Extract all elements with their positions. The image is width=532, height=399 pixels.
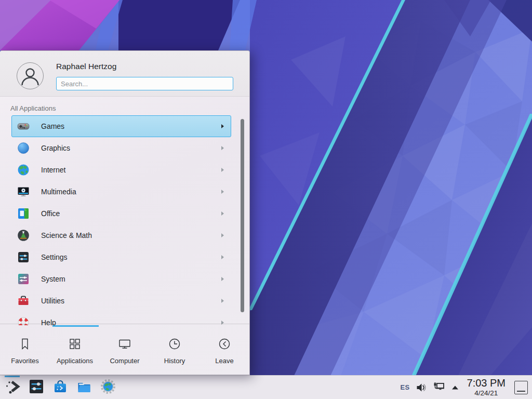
submenu-arrow-icon xyxy=(221,211,224,216)
tab-label: Computer xyxy=(110,357,139,365)
settings-sliders-icon xyxy=(28,378,45,397)
bookmark-icon xyxy=(18,327,32,353)
category-label: Science & Math xyxy=(41,231,92,240)
submenu-arrow-icon xyxy=(221,233,224,237)
clock-date: 4/24/21 xyxy=(467,390,506,397)
discover-button[interactable] xyxy=(52,379,69,396)
category-games[interactable]: Games xyxy=(11,115,231,137)
globe-icon xyxy=(17,164,30,176)
user-avatar[interactable] xyxy=(17,62,44,89)
media-player-icon xyxy=(17,185,30,198)
category-label: Settings xyxy=(41,253,68,261)
submenu-arrow-icon xyxy=(221,190,224,194)
submenu-arrow-icon xyxy=(221,299,224,303)
gamepad-icon xyxy=(17,120,30,132)
volume-icon[interactable] xyxy=(416,382,427,393)
category-label: Games xyxy=(41,122,64,130)
submenu-arrow-icon xyxy=(221,146,224,150)
web-browser-button[interactable] xyxy=(100,379,116,396)
tab-label: History xyxy=(164,357,185,365)
application-launcher-menu: Raphael Hertzog All Applications Games xyxy=(0,50,250,375)
taskbar-apps xyxy=(0,376,116,399)
category-label: Utilities xyxy=(41,297,64,305)
folder-icon xyxy=(76,378,92,397)
active-tab-indicator xyxy=(52,325,99,327)
show-desktop-icon xyxy=(517,391,525,392)
system-sliders-icon xyxy=(17,273,30,285)
separator xyxy=(0,324,249,324)
dolphin-file-manager-button[interactable] xyxy=(76,379,92,396)
taskbar: ES 7:03 PM xyxy=(0,375,532,399)
globe-gear-icon xyxy=(100,378,116,397)
system-settings-button[interactable] xyxy=(28,379,45,396)
kde-launcher-icon xyxy=(4,378,21,397)
scrollbar-thumb[interactable] xyxy=(241,119,244,312)
category-office[interactable]: Office xyxy=(11,203,231,224)
submenu-arrow-icon xyxy=(221,124,224,128)
category-label: Graphics xyxy=(41,144,70,152)
toolbox-icon xyxy=(17,295,30,307)
keyboard-layout-indicator[interactable]: ES xyxy=(401,383,410,391)
app-grid-icon xyxy=(68,327,82,353)
search-input[interactable] xyxy=(56,77,233,90)
blue-sphere-icon xyxy=(17,142,30,154)
clock-time: 7:03 PM xyxy=(467,378,506,388)
user-name: Raphael Hertzog xyxy=(56,62,116,71)
submenu-arrow-icon xyxy=(221,168,224,172)
tab-label: Leave xyxy=(215,357,233,365)
sliders-icon xyxy=(17,251,30,263)
category-label: Office xyxy=(41,209,60,218)
show-desktop-button[interactable] xyxy=(514,381,528,394)
active-app-indicator xyxy=(5,376,20,377)
digital-clock[interactable]: 7:03 PM 4/24/21 xyxy=(467,378,506,397)
category-label: Help xyxy=(41,318,56,325)
category-science-math[interactable]: Science & Math xyxy=(11,224,231,246)
system-tray: ES 7:03 PM xyxy=(401,376,532,399)
discover-bag-icon xyxy=(52,378,69,397)
document-icon xyxy=(17,207,30,220)
category-label: Multimedia xyxy=(41,188,76,196)
tab-label: Applications xyxy=(57,357,93,365)
category-list: Games Graphics xyxy=(11,115,231,325)
launcher-header: Raphael Hertzog xyxy=(0,51,249,97)
tab-history[interactable]: History xyxy=(150,327,200,375)
category-system[interactable]: System xyxy=(11,268,231,290)
clock-icon xyxy=(168,327,181,353)
section-label: All Applications xyxy=(10,104,56,112)
submenu-arrow-icon xyxy=(221,255,224,259)
category-utilities[interactable]: Utilities xyxy=(11,290,231,312)
category-label: Internet xyxy=(41,166,65,174)
launcher-tabbar: Favorites Applications Computer xyxy=(0,327,249,375)
category-multimedia[interactable]: Multimedia xyxy=(11,181,231,203)
tab-leave[interactable]: Leave xyxy=(200,327,249,375)
monitor-icon xyxy=(118,327,131,353)
category-graphics[interactable]: Graphics xyxy=(11,137,231,159)
expand-tray-icon[interactable] xyxy=(451,383,459,392)
flask-icon xyxy=(17,229,30,242)
tab-favorites[interactable]: Favorites xyxy=(0,327,50,375)
category-label: System xyxy=(41,275,65,283)
network-icon[interactable] xyxy=(433,382,445,393)
application-launcher-button[interactable] xyxy=(4,379,21,396)
tab-applications[interactable]: Applications xyxy=(50,327,100,375)
tab-label: Favorites xyxy=(11,357,38,365)
category-settings[interactable]: Settings xyxy=(11,246,231,268)
submenu-arrow-icon xyxy=(221,277,224,281)
leave-circle-icon xyxy=(218,327,231,353)
tab-computer[interactable]: Computer xyxy=(100,327,150,375)
category-internet[interactable]: Internet xyxy=(11,159,231,181)
